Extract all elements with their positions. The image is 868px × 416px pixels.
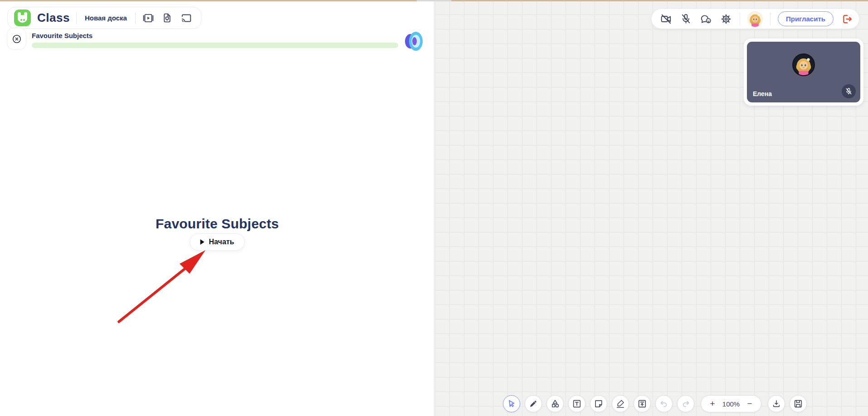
text-tool-icon <box>572 399 582 409</box>
lesson-progress-bar <box>32 43 398 48</box>
pencil-tool-icon <box>528 399 538 409</box>
start-button[interactable]: Начать <box>190 233 245 251</box>
zoom-out-button[interactable]: − <box>745 399 755 409</box>
pencil-tool-button[interactable] <box>525 395 542 412</box>
lesson-panel: Class Новая доска <box>0 0 434 416</box>
upload-tool-icon <box>637 399 647 409</box>
canvas-toolbar: + 100% − <box>503 395 807 412</box>
doc-shield-icon <box>161 12 173 24</box>
camera-off-icon <box>660 13 672 25</box>
marker-tool-icon <box>615 399 625 409</box>
cast-icon <box>180 12 192 24</box>
pointer-tool-button[interactable] <box>503 395 520 412</box>
note-tool-button[interactable] <box>590 395 607 412</box>
whiteboard-canvas[interactable]: Пригласить <box>435 0 868 416</box>
mic-off-button[interactable] <box>680 13 692 25</box>
close-circle-icon <box>12 34 22 44</box>
close-lesson-button[interactable] <box>7 28 26 50</box>
user-avatar[interactable] <box>747 11 763 27</box>
mic-off-icon <box>680 13 692 24</box>
zoom-control: + 100% − <box>701 395 761 412</box>
zoom-level: 100% <box>721 400 741 408</box>
shapes-tool-icon <box>550 399 560 409</box>
redo-button[interactable] <box>677 395 694 412</box>
browser-top-edge <box>0 0 868 1</box>
participant-video-tile: Елена <box>747 42 860 102</box>
video-lesson-icon <box>142 12 154 24</box>
cast-button[interactable] <box>180 12 193 24</box>
redo-icon <box>681 399 691 409</box>
meeting-toolbar: Пригласить <box>651 9 859 29</box>
settings-button[interactable] <box>720 13 732 25</box>
camera-off-button[interactable] <box>660 13 673 25</box>
divider <box>76 12 77 24</box>
stage-title: Favourite Subjects <box>0 216 434 232</box>
save-icon <box>793 399 803 409</box>
mic-off-icon <box>845 87 853 95</box>
pointer-tool-icon <box>507 399 517 409</box>
download-icon <box>771 399 781 409</box>
board-toolbar: Class Новая доска <box>7 7 201 29</box>
shapes-tool-button[interactable] <box>546 395 564 412</box>
invite-button[interactable]: Пригласить <box>778 11 834 26</box>
leave-button[interactable] <box>841 13 853 25</box>
tts-speaker-icon[interactable] <box>404 29 424 53</box>
undo-icon <box>659 399 669 409</box>
homework-button[interactable] <box>161 12 174 24</box>
save-button[interactable] <box>790 395 807 412</box>
participant-avatar <box>792 53 815 76</box>
participant-video-card: Елена <box>744 39 863 106</box>
participant-mic-off-badge[interactable] <box>842 84 856 98</box>
logout-icon <box>841 13 853 25</box>
zoom-in-button[interactable]: + <box>707 399 717 409</box>
class-logo-icon[interactable] <box>14 10 31 26</box>
participant-name: Елена <box>753 90 772 97</box>
lesson-title: Favourite Subjects <box>32 32 93 39</box>
marker-tool-button[interactable] <box>612 395 629 412</box>
video-lesson-button[interactable] <box>142 12 155 24</box>
brand-name: Class <box>37 11 70 25</box>
reactions-icon <box>700 13 712 25</box>
red-arrow-annotation <box>112 244 215 328</box>
reactions-button[interactable] <box>700 13 712 25</box>
settings-icon <box>720 13 732 25</box>
divider <box>740 13 740 25</box>
upload-tool-button[interactable] <box>634 395 651 412</box>
note-tool-icon <box>594 399 604 409</box>
download-button[interactable] <box>768 395 785 412</box>
play-icon <box>200 239 205 245</box>
start-button-label: Начать <box>209 238 234 246</box>
text-tool-button[interactable] <box>568 395 585 412</box>
board-name[interactable]: Новая доска <box>83 14 129 22</box>
divider <box>770 13 770 25</box>
divider <box>135 12 136 24</box>
undo-button[interactable] <box>655 395 673 412</box>
